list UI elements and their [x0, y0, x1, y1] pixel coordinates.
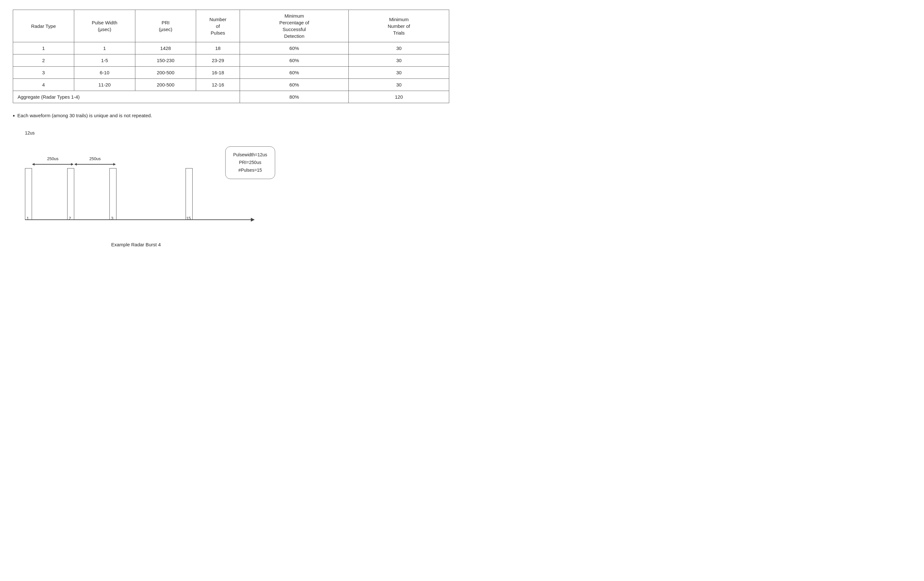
cell-trials: 30	[349, 42, 449, 55]
aggregate-pct: 80%	[240, 91, 349, 103]
cell-pw: 11-20	[74, 79, 135, 91]
info-line-1: Pulsewidth=12us	[233, 151, 267, 159]
pulse-15	[186, 168, 193, 219]
ellipsis-dots: . . .	[122, 215, 136, 222]
pri-label-1: 250us	[40, 156, 66, 161]
pulse-1	[25, 168, 32, 219]
aggregate-label: Aggregate (Radar Types 1-4)	[13, 91, 240, 103]
cell-pulses: 12-16	[196, 79, 240, 91]
info-line-3: #Pulses=15	[233, 167, 267, 174]
cell-pri: 150-230	[135, 55, 196, 66]
cell-pri: 200-500	[135, 66, 196, 79]
bullet-section: • Each waveform (among 30 trails) is uni…	[13, 112, 449, 120]
pri-arrow-1	[32, 163, 74, 166]
info-line-2: PRI=250us	[233, 159, 267, 167]
header-min-trials: MinimumNumber ofTrials	[349, 10, 449, 42]
cell-pct: 60%	[240, 42, 349, 55]
aggregate-trials: 120	[349, 91, 449, 103]
cell-pw: 1-5	[74, 55, 135, 66]
table-row-aggregate: Aggregate (Radar Types 1-4) 80% 120	[13, 91, 449, 103]
cell-pri: 200-500	[135, 79, 196, 91]
table-row: 3 6-10 200-500 16-18 60% 30	[13, 66, 449, 79]
table-row: 1 1 1428 18 60% 30	[13, 42, 449, 55]
radar-burst-diagram: 12us 1 2 3 15 . . . 250us 250us	[16, 130, 278, 247]
diagram-area: 1 2 3 15 . . . 250us 250us Pulsewid	[16, 137, 278, 239]
header-pri: PRI(µsec)	[135, 10, 196, 42]
header-min-pct: MinimumPercentage ofSuccessfulDetection	[240, 10, 349, 42]
pri-arrow-2	[74, 163, 116, 166]
cell-radar-type: 3	[13, 66, 74, 79]
cell-trials: 30	[349, 55, 449, 66]
cell-radar-type: 1	[13, 42, 74, 55]
data-table: Radar Type Pulse Width(µsec) PRI(µsec) N…	[13, 10, 449, 103]
radar-table: Radar Type Pulse Width(µsec) PRI(µsec) N…	[13, 10, 449, 103]
cell-trials: 30	[349, 66, 449, 79]
info-box: Pulsewidth=12us PRI=250us #Pulses=15	[225, 146, 275, 179]
cell-pulses: 18	[196, 42, 240, 55]
cell-radar-type: 4	[13, 79, 74, 91]
cell-pw: 1	[74, 42, 135, 55]
cell-pulses: 23-29	[196, 55, 240, 66]
cell-pulses: 16-18	[196, 66, 240, 79]
diagram-caption: Example Radar Burst 4	[16, 242, 256, 247]
cell-pct: 60%	[240, 79, 349, 91]
header-pulse-width: Pulse Width(µsec)	[74, 10, 135, 42]
pri-label-2: 250us	[82, 156, 108, 161]
pulse-2	[67, 168, 74, 219]
bullet-text: Each waveform (among 30 trails) is uniqu…	[17, 112, 152, 119]
pulse-width-label-top: 12us	[25, 130, 278, 136]
table-row: 2 1-5 150-230 23-29 60% 30	[13, 55, 449, 66]
baseline-arrow	[25, 219, 252, 220]
cell-pct: 60%	[240, 55, 349, 66]
header-pulses: NumberofPulses	[196, 10, 240, 42]
cell-radar-type: 2	[13, 55, 74, 66]
header-radar-type: Radar Type	[13, 10, 74, 42]
cell-pri: 1428	[135, 42, 196, 55]
cell-pw: 6-10	[74, 66, 135, 79]
table-row: 4 11-20 200-500 12-16 60% 30	[13, 79, 449, 91]
pulse-3	[109, 168, 117, 219]
cell-trials: 30	[349, 79, 449, 91]
bullet-icon: •	[13, 112, 15, 120]
cell-pct: 60%	[240, 66, 349, 79]
